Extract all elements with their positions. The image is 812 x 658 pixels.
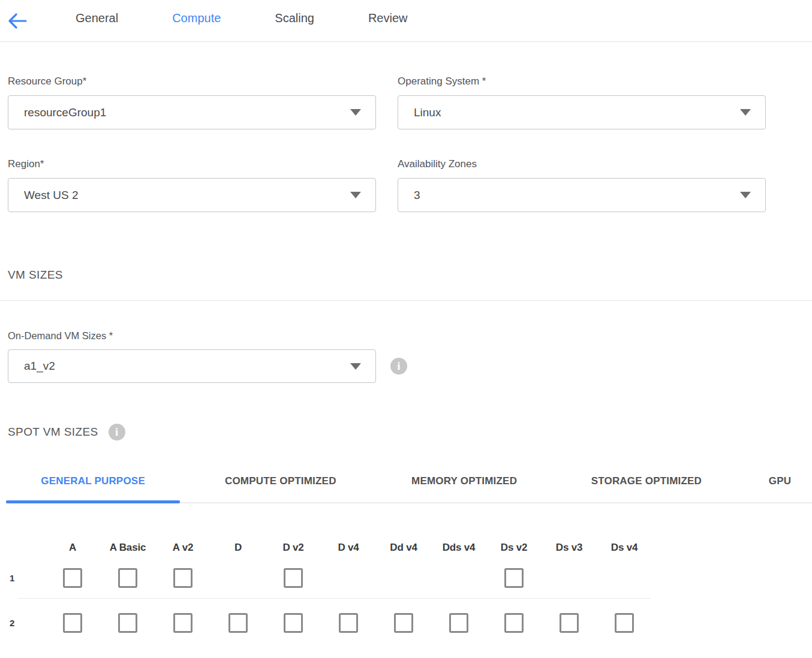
arrow-left-icon <box>8 13 27 29</box>
wizard-tabs: GeneralComputeScalingReview <box>76 11 408 25</box>
vm-column-header-ds-v4: Ds v4 <box>597 542 652 554</box>
info-icon[interactable]: i <box>109 424 125 440</box>
info-icon[interactable]: i <box>390 358 407 375</box>
region-label: Region* <box>8 158 376 170</box>
resource-group-label: Resource Group* <box>8 76 376 87</box>
availability-zones-value: 3 <box>414 189 420 202</box>
vm-size-checkbox-dd-v4-row2[interactable] <box>394 613 413 633</box>
vm-cell-a-v2-row1 <box>155 568 210 588</box>
vm-column-header-d-v2: D v2 <box>266 542 321 554</box>
table-row-1: 1 <box>8 568 804 588</box>
spot-tab-gpu[interactable]: GPU <box>748 470 812 502</box>
vm-cell-d-v4-row2 <box>321 613 376 633</box>
vm-cell-a-row1 <box>45 568 100 588</box>
chevron-down-icon <box>350 192 361 198</box>
spot-tab-compute-optimized[interactable]: COMPUTE OPTIMIZED <box>204 470 356 502</box>
back-button[interactable] <box>7 11 28 31</box>
resource-group-select[interactable]: resourceGroup1 <box>8 95 376 129</box>
vm-cell-a-basic-row1 <box>100 568 155 588</box>
operating-system-select[interactable]: Linux <box>398 95 766 129</box>
region-value: West US 2 <box>24 189 78 202</box>
spot-vm-sizes-header: SPOT VM SIZES i <box>8 424 804 440</box>
vm-size-checkbox-a-v2-row2[interactable] <box>173 613 193 633</box>
table-row-2: 2 <box>8 613 804 633</box>
region-select[interactable]: West US 2 <box>8 178 376 212</box>
vm-column-header-d-v4: D v4 <box>321 542 376 554</box>
field-region: Region*West US 2 <box>8 158 376 212</box>
wizard-tab-review[interactable]: Review <box>368 11 408 25</box>
compute-step-content: Resource Group*resourceGroup1Operating S… <box>0 76 812 633</box>
spot-vm-sizes-title: SPOT VM SIZES <box>8 425 98 439</box>
vm-column-header-a-basic: A Basic <box>100 542 155 554</box>
vm-size-checkbox-a-v2-row1[interactable] <box>173 568 193 588</box>
operating-system-label: Operating System * <box>398 76 766 87</box>
vm-size-checkbox-d-v2-row1[interactable] <box>284 568 303 588</box>
row-label-1: 1 <box>8 573 45 583</box>
vm-size-checkbox-d-v4-row2[interactable] <box>339 613 358 633</box>
vm-cell-ds-v2-row1 <box>486 568 542 588</box>
row-label-2: 2 <box>8 618 45 628</box>
chevron-down-icon <box>350 363 361 370</box>
spot-tab-general-purpose[interactable]: GENERAL PURPOSE <box>6 470 180 502</box>
spot-category-tabs: GENERAL PURPOSECOMPUTE OPTIMIZEDMEMORY O… <box>6 470 812 503</box>
on-demand-vm-sizes-label: On-Demand VM Sizes * <box>8 330 804 342</box>
chevron-down-icon <box>740 109 751 116</box>
on-demand-vm-sizes-value: a1_v2 <box>24 360 55 373</box>
vm-column-header-dd-v4: Dd v4 <box>376 542 431 554</box>
vm-size-checkbox-a-row1[interactable] <box>63 568 82 588</box>
vm-size-checkbox-ds-v2-row2[interactable] <box>504 613 524 633</box>
field-operating-system: Operating System *Linux <box>398 76 766 129</box>
spot-tab-storage-optimized[interactable]: STORAGE OPTIMIZED <box>569 470 724 502</box>
field-availability-zones: Availability Zones3 <box>398 158 766 212</box>
vm-column-header-a-v2: A v2 <box>155 542 210 554</box>
vm-size-checkbox-ds-v3-row2[interactable] <box>560 613 579 633</box>
vm-cell-a-row2 <box>45 613 100 633</box>
vm-cell-ds-v2-row2 <box>486 613 542 633</box>
vm-size-checkbox-dds-v4-row2[interactable] <box>449 613 468 633</box>
vm-cell-dd-v4-row2 <box>376 613 431 633</box>
spot-tab-memory-optimized[interactable]: MEMORY OPTIMIZED <box>391 470 537 502</box>
wizard-tab-compute[interactable]: Compute <box>172 11 221 25</box>
vm-cell-a-basic-row2 <box>100 613 155 633</box>
vm-column-header-d: D <box>210 542 266 554</box>
row-divider <box>18 598 651 599</box>
vm-size-checkbox-ds-v4-row2[interactable] <box>615 613 634 633</box>
vm-cell-ds-v4-row2 <box>597 613 652 633</box>
vm-table-header-row: AA BasicA v2DD v2D v4Dd v4Dds v4Ds v2Ds … <box>8 542 804 554</box>
wizard-topbar: GeneralComputeScalingReview <box>0 0 812 42</box>
vm-size-checkbox-d-row2[interactable] <box>228 613 248 633</box>
vm-column-header-a: A <box>45 542 100 554</box>
vm-column-header-ds-v2: Ds v2 <box>486 542 542 554</box>
on-demand-vm-sizes-select[interactable]: a1_v2 <box>8 349 376 383</box>
vm-size-checkbox-a-row2[interactable] <box>63 613 82 633</box>
availability-zones-select[interactable]: 3 <box>398 178 766 212</box>
availability-zones-label: Availability Zones <box>398 158 766 170</box>
vm-column-header-dds-v4: Dds v4 <box>431 542 486 554</box>
vm-cell-dds-v4-row2 <box>431 613 486 633</box>
wizard-tab-scaling[interactable]: Scaling <box>275 11 314 25</box>
vm-cell-d-v2-row2 <box>266 613 321 633</box>
vm-sizes-section-title: VM SIZES <box>8 268 804 282</box>
section-divider <box>0 300 812 301</box>
vm-column-header-ds-v3: Ds v3 <box>542 542 597 554</box>
vm-cell-a-v2-row2 <box>155 613 210 633</box>
compute-form: Resource Group*resourceGroup1Operating S… <box>8 76 804 212</box>
vm-cell-d-v2-row1 <box>266 568 321 588</box>
field-resource-group: Resource Group*resourceGroup1 <box>8 76 376 129</box>
vm-size-checkbox-a-basic-row1[interactable] <box>118 568 137 588</box>
vm-size-checkbox-ds-v2-row1[interactable] <box>504 568 524 588</box>
wizard-tab-general[interactable]: General <box>76 11 118 25</box>
spot-vm-size-table: AA BasicA v2DD v2D v4Dd v4Dds v4Ds v2Ds … <box>8 542 804 633</box>
vm-size-checkbox-d-v2-row2[interactable] <box>284 613 303 633</box>
vm-cell-d-row2 <box>210 613 266 633</box>
operating-system-value: Linux <box>414 106 441 119</box>
vm-table-body: 12 <box>8 568 804 633</box>
vm-cell-ds-v3-row2 <box>542 613 597 633</box>
on-demand-row: a1_v2 i <box>8 349 804 383</box>
resource-group-value: resourceGroup1 <box>24 106 106 119</box>
vm-size-checkbox-a-basic-row2[interactable] <box>118 613 137 633</box>
chevron-down-icon <box>350 109 361 116</box>
chevron-down-icon <box>740 192 751 198</box>
